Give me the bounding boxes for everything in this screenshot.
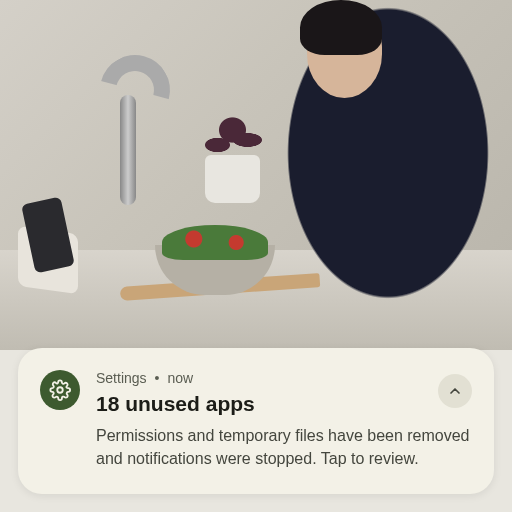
notification-app-name: Settings (96, 370, 147, 386)
notification-app-icon-wrap (40, 370, 80, 410)
notification-timestamp: now (168, 370, 194, 386)
svg-point-0 (57, 387, 63, 393)
collapse-button[interactable] (438, 374, 472, 408)
notification-meta: Settings • now (96, 370, 472, 386)
photo-salad (162, 225, 268, 260)
chevron-up-icon (447, 383, 463, 399)
photo-faucet (120, 95, 136, 205)
background-photo (0, 0, 512, 350)
meta-separator: • (155, 370, 160, 386)
notification-body: Permissions and temporary files have bee… (96, 424, 472, 470)
gear-icon (49, 379, 71, 401)
notification-card[interactable]: Settings • now 18 unused apps Permission… (18, 348, 494, 494)
photo-person-hair (300, 0, 382, 55)
notification-title: 18 unused apps (96, 392, 472, 416)
